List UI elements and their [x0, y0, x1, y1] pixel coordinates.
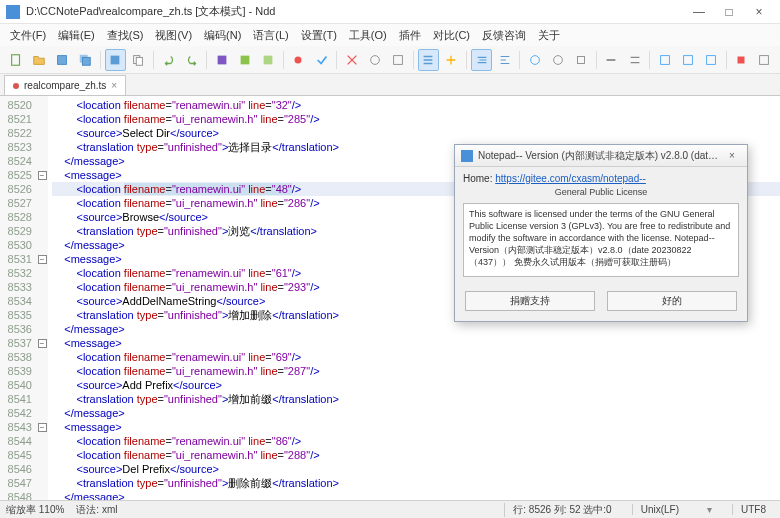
- toolbar-separator: [519, 51, 520, 69]
- tab-file[interactable]: realcompare_zh.ts ×: [4, 75, 126, 95]
- toolbar-separator: [726, 51, 727, 69]
- code-line[interactable]: </message>: [52, 406, 780, 420]
- toolbar-icon[interactable]: [754, 49, 775, 71]
- code-line[interactable]: <message>: [52, 420, 780, 434]
- gpl-label: General Public License: [463, 184, 739, 198]
- open-file-icon[interactable]: [28, 49, 49, 71]
- menu-encoding[interactable]: 编码(N): [198, 26, 247, 45]
- minimize-button[interactable]: —: [684, 2, 714, 22]
- dialog-titlebar[interactable]: Notepad-- Version (内部测试非稳定版本) v2.8.0 (da…: [455, 145, 747, 167]
- toolbar-icon[interactable]: [388, 49, 409, 71]
- toolbar-icon[interactable]: [494, 49, 515, 71]
- code-line[interactable]: <source>Del Prefix</source>: [52, 462, 780, 476]
- svg-rect-12: [394, 55, 403, 64]
- toolbar-separator: [283, 51, 284, 69]
- code-line[interactable]: <location filename="ui_renamewin.h" line…: [52, 364, 780, 378]
- toolbar-separator: [100, 51, 101, 69]
- save-icon[interactable]: [51, 49, 72, 71]
- tab-close-icon[interactable]: ×: [111, 80, 117, 91]
- toolbar-separator: [413, 51, 414, 69]
- toolbar-separator: [153, 51, 154, 69]
- svg-point-11: [371, 55, 380, 64]
- svg-point-13: [531, 55, 540, 64]
- fold-gutter[interactable]: −−−−−: [36, 96, 48, 504]
- new-file-icon[interactable]: [5, 49, 26, 71]
- svg-rect-19: [738, 56, 745, 63]
- dialog-title: Notepad-- Version (内部测试非稳定版本) v2.8.0 (da…: [478, 149, 723, 163]
- code-line[interactable]: <location filename="renamewin.ui" line="…: [52, 350, 780, 364]
- menu-edit[interactable]: 编辑(E): [52, 26, 101, 45]
- status-encoding[interactable]: UTF8: [732, 504, 774, 515]
- code-line[interactable]: <location filename="renamewin.ui" line="…: [52, 434, 780, 448]
- toolbar-icon[interactable]: [624, 49, 645, 71]
- ok-button[interactable]: 好的: [607, 291, 737, 311]
- svg-rect-20: [760, 55, 769, 64]
- toolbar-icon[interactable]: [258, 49, 279, 71]
- cut-icon[interactable]: [105, 49, 126, 71]
- svg-rect-18: [707, 55, 716, 64]
- toolbar-icon[interactable]: [548, 49, 569, 71]
- code-line[interactable]: <location filename="ui_renamewin.h" line…: [52, 112, 780, 126]
- code-line[interactable]: <source>Select Dir</source>: [52, 126, 780, 140]
- menu-settings[interactable]: 设置(T): [295, 26, 343, 45]
- home-link[interactable]: https://gitee.com/cxasm/notepad--: [495, 173, 646, 184]
- code-line[interactable]: <source>Add Prefix</source>: [52, 378, 780, 392]
- toolbar-separator: [466, 51, 467, 69]
- svg-rect-8: [241, 55, 250, 64]
- dialog-close-icon[interactable]: ×: [723, 150, 741, 161]
- code-line[interactable]: <translation type="unfinished">增加前缀</tra…: [52, 392, 780, 406]
- toolbar-icon[interactable]: [601, 49, 622, 71]
- menu-language[interactable]: 语言(L): [247, 26, 294, 45]
- svg-rect-4: [111, 55, 120, 64]
- menu-plugins[interactable]: 插件: [393, 26, 427, 45]
- close-button[interactable]: ×: [744, 2, 774, 22]
- menu-feedback[interactable]: 反馈咨询: [476, 26, 532, 45]
- toolbar-icon[interactable]: [654, 49, 675, 71]
- redo-icon[interactable]: [181, 49, 202, 71]
- svg-rect-0: [11, 54, 19, 65]
- svg-rect-17: [684, 55, 693, 64]
- code-line[interactable]: <translation type="unfinished">删除前缀</tra…: [52, 476, 780, 490]
- toolbar-icon[interactable]: [571, 49, 592, 71]
- toolbar-icon[interactable]: [418, 49, 439, 71]
- status-eol[interactable]: Unix(LF): [632, 504, 687, 515]
- menu-compare[interactable]: 对比(C): [427, 26, 476, 45]
- copy-icon[interactable]: [128, 49, 149, 71]
- toolbar-icon[interactable]: [235, 49, 256, 71]
- code-line[interactable]: <location filename="renamewin.ui" line="…: [52, 98, 780, 112]
- line-number-gutter: 8520852185228523852485258526852785288529…: [0, 96, 36, 504]
- menu-view[interactable]: 视图(V): [149, 26, 198, 45]
- toolbar-icon[interactable]: [677, 49, 698, 71]
- menu-file[interactable]: 文件(F): [4, 26, 52, 45]
- toolbar-icon[interactable]: [311, 49, 332, 71]
- toolbar-icon[interactable]: [211, 49, 232, 71]
- toolbar-icon[interactable]: [364, 49, 385, 71]
- toolbar-icon[interactable]: [731, 49, 752, 71]
- svg-rect-3: [82, 57, 90, 65]
- toolbar-icon[interactable]: [441, 49, 462, 71]
- license-text[interactable]: This software is licensed under the term…: [463, 203, 739, 277]
- modified-indicator-icon: [13, 83, 19, 89]
- menu-tools[interactable]: 工具(O): [343, 26, 393, 45]
- svg-point-10: [295, 56, 302, 63]
- code-line[interactable]: <location filename="ui_renamewin.h" line…: [52, 448, 780, 462]
- toolbar-separator: [649, 51, 650, 69]
- code-line[interactable]: </message>: [52, 322, 780, 336]
- undo-icon[interactable]: [158, 49, 179, 71]
- toolbar-icon[interactable]: [471, 49, 492, 71]
- menu-about[interactable]: 关于: [532, 26, 566, 45]
- toolbar-icon[interactable]: [524, 49, 545, 71]
- save-all-icon[interactable]: [75, 49, 96, 71]
- maximize-button[interactable]: □: [714, 2, 744, 22]
- toolbar-icon[interactable]: [341, 49, 362, 71]
- svg-rect-16: [660, 55, 669, 64]
- about-dialog: Notepad-- Version (内部测试非稳定版本) v2.8.0 (da…: [454, 144, 748, 322]
- code-line[interactable]: <message>: [52, 336, 780, 350]
- menu-find[interactable]: 查找(S): [101, 26, 150, 45]
- status-zoom: 缩放率 110%: [6, 503, 64, 517]
- svg-rect-1: [58, 55, 67, 64]
- donate-button[interactable]: 捐赠支持: [465, 291, 595, 311]
- toolbar-icon[interactable]: [701, 49, 722, 71]
- app-icon: [6, 5, 20, 19]
- toolbar-icon[interactable]: [288, 49, 309, 71]
